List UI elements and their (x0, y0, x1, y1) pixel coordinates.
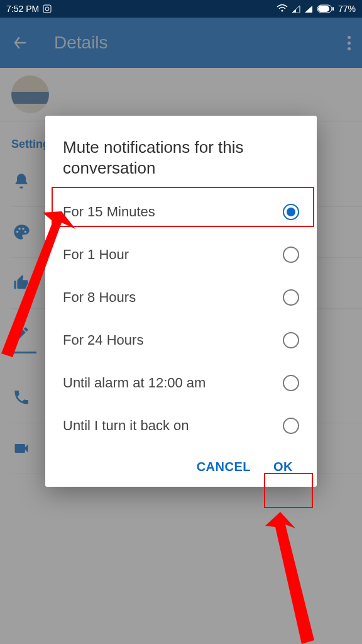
svg-rect-5 (332, 7, 334, 11)
mute-notifications-dialog: Mute notifications for this conversation… (45, 116, 317, 487)
svg-rect-0 (43, 5, 51, 13)
mute-option-alarm[interactable]: Until alarm at 12:00 am (63, 362, 299, 404)
svg-point-1 (45, 7, 49, 11)
ok-button[interactable]: OK (273, 460, 293, 474)
mute-option-8hr[interactable]: For 8 Hours (63, 276, 299, 319)
status-app-icon (43, 4, 52, 13)
battery-percent: 77% (338, 4, 356, 14)
dialog-actions: CANCEL OK (63, 447, 299, 474)
radio-selected-icon (283, 204, 299, 220)
wifi-icon (277, 4, 288, 13)
signal-icon-1 (292, 5, 300, 13)
mute-option-1hr[interactable]: For 1 Hour (63, 233, 299, 276)
option-label: For 15 Minutes (63, 204, 155, 220)
mute-option-15min[interactable]: For 15 Minutes (63, 191, 299, 233)
status-time: 7:52 PM (6, 4, 39, 14)
cancel-button[interactable]: CANCEL (197, 460, 251, 474)
radio-icon (283, 289, 299, 306)
radio-icon (283, 332, 299, 348)
svg-point-2 (281, 10, 283, 12)
mute-option-indefinite[interactable]: Until I turn it back on (63, 404, 299, 447)
signal-icon-2 (304, 5, 313, 13)
option-label: Until alarm at 12:00 am (63, 375, 206, 391)
option-label: For 24 Hours (63, 332, 143, 348)
battery-icon (317, 4, 334, 13)
status-bar: 7:52 PM 77% (0, 0, 362, 18)
radio-icon (283, 247, 299, 263)
radio-icon (283, 375, 299, 391)
option-label: For 8 Hours (63, 289, 136, 306)
option-label: For 1 Hour (63, 247, 129, 263)
dialog-title: Mute notifications for this conversation (63, 137, 299, 178)
mute-option-24hr[interactable]: For 24 Hours (63, 319, 299, 362)
svg-rect-4 (318, 6, 329, 12)
radio-icon (283, 418, 299, 434)
option-label: Until I turn it back on (63, 418, 189, 434)
